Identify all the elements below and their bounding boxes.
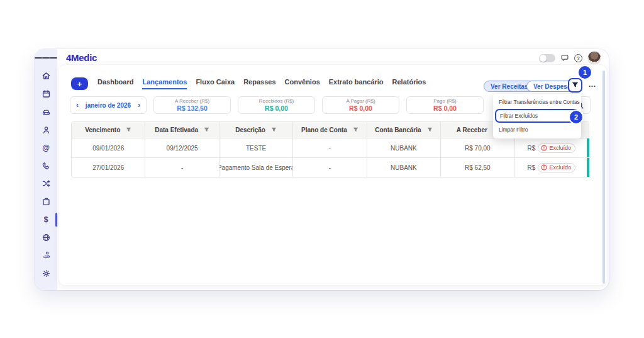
period-prev-button[interactable]: ‹: [76, 101, 79, 110]
sidebar-item-patients[interactable]: [35, 121, 57, 139]
clipboard-icon: [42, 197, 51, 206]
column-header-conta-bancaria: Conta Bancária: [367, 122, 441, 138]
filter-menu-item-excluidos[interactable]: Filtrar Excluídos: [495, 109, 579, 123]
globe-icon: [42, 233, 51, 242]
filter-toggle-button[interactable]: [568, 78, 582, 93]
summary-card-pago: Pago (R$) R$ 0,00: [406, 96, 484, 114]
toggle-knob: [540, 55, 547, 62]
card-label: Pago (R$): [433, 98, 456, 104]
cell-vencimento: 27/01/2026: [72, 158, 145, 177]
summary-card-a-pagar: A Pagar (R$) R$ 0,00: [322, 96, 399, 114]
sidebar-item-home[interactable]: [35, 67, 57, 86]
patient-icon: [42, 125, 51, 135]
home-icon: [42, 71, 51, 81]
tab-fluxo-caixa[interactable]: Fluxo Caixa: [196, 78, 235, 89]
card-label: A Receber (R$): [175, 98, 209, 104]
sidebar-item-financial[interactable]: $: [35, 211, 57, 229]
excluded-badge: Excluído: [538, 144, 575, 153]
hand-coin-icon: [42, 251, 51, 260]
sidebar-item-web[interactable]: [35, 228, 57, 247]
sidebar-item-transport[interactable]: [35, 103, 57, 121]
cell-data-efetivada: -: [145, 158, 219, 177]
sidebar-item-phone[interactable]: [35, 157, 57, 175]
help-icon[interactable]: ?: [574, 54, 582, 62]
summary-card-recebidos: Recebidos (R$) R$ 0,00: [238, 96, 315, 114]
sidebar-item-tasks[interactable]: [35, 193, 57, 211]
chat-icon[interactable]: [560, 54, 569, 62]
filter-dropdown: Filtrar Transferências entre Contas Filt…: [493, 94, 581, 138]
gear-icon: [42, 269, 51, 278]
finance-icon: $: [44, 215, 48, 224]
cell-descricao: TESTE: [219, 138, 293, 157]
cell-a-receber: R$ 62,50: [441, 158, 514, 177]
callout-step-1: 1: [579, 66, 591, 79]
period-next-button[interactable]: ›: [138, 101, 140, 110]
more-options-button[interactable]: ...: [589, 80, 596, 89]
sidebar-item-settings[interactable]: [35, 264, 57, 283]
card-value: R$ 132,50: [177, 104, 207, 112]
phone-icon: [42, 161, 51, 171]
car-icon: [42, 107, 51, 116]
cell-conta-bancaria: NUBANK: [367, 158, 441, 177]
cell-data-efetivada: 09/12/2025: [145, 138, 219, 157]
filter-menu-item-transferencias[interactable]: Filtrar Transferências entre Contas: [493, 96, 581, 108]
excluded-alert-icon: [541, 164, 547, 171]
user-avatar[interactable]: [587, 51, 601, 65]
cell-recebido: R$ Excluído: [515, 138, 589, 157]
tab-dashboard[interactable]: Dashboard: [97, 78, 133, 89]
filter-funnel-icon[interactable]: [271, 127, 277, 133]
integrations-icon: [42, 179, 51, 188]
add-button[interactable]: +: [71, 77, 88, 90]
table-row[interactable]: 09/01/2026 09/12/2025 TESTE - NUBANK R$ …: [72, 138, 589, 157]
column-header-descricao: Descrição: [219, 122, 293, 138]
table-row[interactable]: 27/01/2026 - Pagamento Sala de Espera - …: [72, 157, 589, 177]
theme-toggle[interactable]: [539, 54, 555, 62]
row-accent-bar: [587, 138, 589, 157]
vertical-scrollbar[interactable]: [602, 70, 605, 284]
excluded-badge: Excluído: [538, 163, 575, 172]
cell-a-receber: R$ 70,00: [441, 138, 514, 157]
period-label: janeiro de 2026: [86, 102, 131, 109]
tab-relatorios[interactable]: Relatórios: [392, 78, 426, 89]
column-header-plano-de-conta: Plano de Conta: [293, 122, 367, 138]
cell-conta-bancaria: NUBANK: [367, 138, 441, 157]
period-selector: ‹ janeiro de 2026 ›: [70, 96, 147, 114]
sidebar-item-calendar[interactable]: [35, 85, 57, 103]
app-logo: 4Medic: [66, 52, 97, 63]
card-value: R$ 0,00: [349, 104, 372, 112]
tab-convenios[interactable]: Convênios: [285, 78, 320, 89]
sidebar-item-payments[interactable]: [35, 247, 57, 265]
cell-descricao: Pagamento Sala de Espera: [219, 158, 293, 177]
tab-lancamentos[interactable]: Lançamentos: [142, 78, 187, 89]
sidebar-item-mentions[interactable]: @: [35, 139, 57, 157]
card-value: R$ 0,00: [265, 104, 288, 112]
filter-funnel-icon[interactable]: [353, 127, 358, 133]
summary-card-a-receber: A Receber (R$) R$ 132,50: [153, 96, 231, 114]
tab-extrato-bancario[interactable]: Extrato bancário: [329, 78, 384, 89]
calendar-icon: [42, 89, 51, 99]
filter-funnel-icon[interactable]: [126, 127, 131, 133]
filter-icon: [572, 82, 579, 89]
app-window: @ $ 4Medic ?: [35, 49, 609, 290]
filter-funnel-icon[interactable]: [204, 127, 209, 133]
tab-bar: + Dashboard Lançamentos Fluxo Caixa Repa…: [71, 77, 426, 90]
callout-step-2: 2: [570, 111, 582, 123]
sidebar-item-integrations[interactable]: [35, 175, 57, 193]
excluded-alert-icon: [541, 145, 547, 151]
content-panel: + Dashboard Lançamentos Fluxo Caixa Repa…: [58, 64, 608, 286]
card-label: Recebidos (R$): [259, 98, 294, 104]
row-accent-bar: [587, 158, 589, 177]
column-header-data-efetivada: Data Efetivada: [145, 122, 219, 138]
tab-repasses[interactable]: Repasses: [243, 78, 275, 89]
card-label: A Pagar (R$): [346, 98, 375, 104]
card-value: R$ 0,00: [433, 104, 457, 112]
summary-strip: ‹ janeiro de 2026 › A Receber (R$) R$ 13…: [70, 96, 484, 114]
menu-icon[interactable]: [35, 49, 57, 67]
cell-recebido: R$ Excluído: [515, 158, 589, 177]
filter-menu-item-limpar[interactable]: Limpar Filtro: [493, 123, 581, 136]
cell-plano-de-conta: -: [293, 138, 367, 157]
filter-funnel-icon[interactable]: [427, 127, 433, 133]
column-header-vencimento: Vencimento: [72, 122, 145, 138]
cell-vencimento: 09/01/2026: [72, 138, 145, 157]
sidebar: @ $: [35, 49, 57, 290]
